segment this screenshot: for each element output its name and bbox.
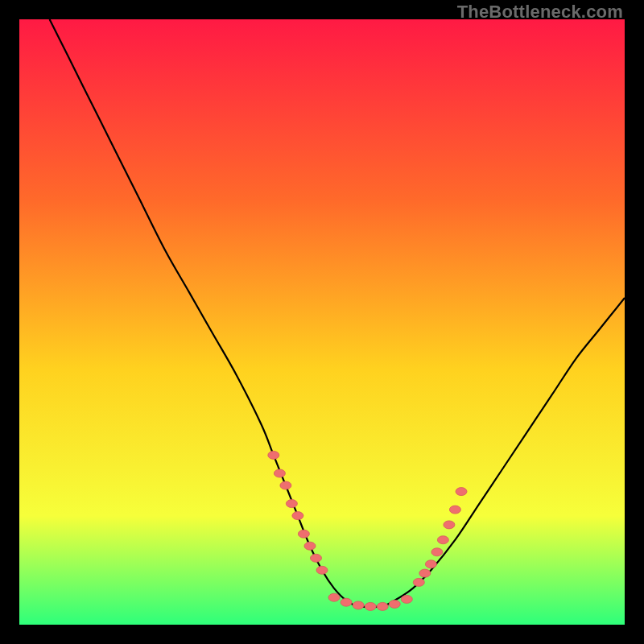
data-marker bbox=[431, 548, 443, 556]
data-marker bbox=[413, 578, 424, 586]
data-marker bbox=[268, 451, 279, 459]
data-marker bbox=[311, 554, 322, 562]
data-marker bbox=[286, 500, 297, 508]
data-marker bbox=[401, 595, 412, 603]
data-marker bbox=[444, 521, 455, 529]
watermark-text: TheBottleneck.com bbox=[457, 2, 623, 23]
data-marker bbox=[449, 506, 460, 514]
data-marker bbox=[280, 481, 291, 489]
chart-frame bbox=[19, 19, 625, 625]
data-marker bbox=[316, 566, 328, 574]
data-marker bbox=[377, 602, 388, 610]
data-marker bbox=[298, 530, 309, 538]
data-marker bbox=[419, 569, 431, 577]
gradient-background bbox=[19, 19, 625, 625]
bottleneck-chart bbox=[19, 19, 625, 625]
data-marker bbox=[437, 536, 448, 544]
data-marker bbox=[274, 469, 285, 477]
data-marker bbox=[353, 601, 364, 609]
data-marker bbox=[425, 560, 436, 568]
data-marker bbox=[389, 600, 400, 608]
data-marker bbox=[292, 512, 303, 520]
data-marker bbox=[365, 602, 376, 610]
data-marker bbox=[341, 598, 352, 606]
data-marker bbox=[328, 593, 340, 601]
data-marker bbox=[304, 542, 316, 550]
data-marker bbox=[456, 488, 467, 496]
